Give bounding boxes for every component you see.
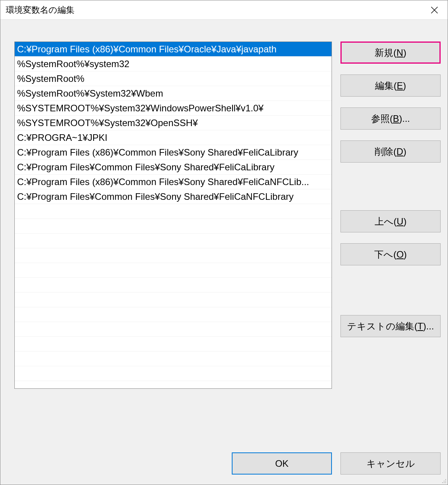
svg-point-7 [445,482,446,483]
list-item-empty[interactable] [15,307,332,322]
list-item-empty[interactable] [15,322,332,337]
close-icon [430,6,439,14]
list-item[interactable]: C:¥Program Files¥Common Files¥Sony Share… [15,160,332,175]
list-item[interactable]: %SYSTEMROOT%¥System32¥WindowsPowerShell¥… [15,101,332,116]
browse-button[interactable]: 参照(B)... [340,107,441,130]
list-item[interactable]: C:¥Program Files (x86)¥Common Files¥Orac… [15,42,332,57]
move-down-button[interactable]: 下へ(O) [340,243,441,265]
list-item[interactable]: C:¥PROGRA~1¥JPKI [15,130,332,145]
delete-button[interactable]: 削除(D) [340,140,441,163]
path-listbox[interactable]: C:¥Program Files (x86)¥Common Files¥Orac… [14,42,332,389]
resize-grip-icon[interactable] [440,477,446,483]
svg-point-2 [445,479,446,480]
list-item[interactable]: C:¥Program Files (x86)¥Common Files¥Sony… [15,175,332,189]
list-item-empty[interactable] [15,293,332,307]
ok-button[interactable]: OK [232,452,332,475]
environment-variable-edit-dialog: 環境変数名の編集 C:¥Program Files (x86)¥Common F… [0,0,448,485]
list-item[interactable]: %SystemRoot%¥System32¥Wbem [15,86,332,101]
dialog-content: C:¥Program Files (x86)¥Common Files¥Orac… [0,20,448,449]
side-button-panel: 新規(N) 編集(E) 参照(B)... 削除(D) 上へ(U) 下へ(O) テ… [340,42,441,445]
list-item-empty[interactable] [15,234,332,248]
list-item[interactable]: C:¥Program Files (x86)¥Common Files¥Sony… [15,145,332,160]
move-up-button[interactable]: 上へ(U) [340,210,441,232]
list-item-empty[interactable] [15,352,332,366]
edit-button[interactable]: 編集(E) [340,74,441,97]
list-item-empty[interactable] [15,366,332,381]
svg-point-5 [442,482,443,483]
svg-point-4 [445,481,446,482]
list-item[interactable]: C:¥Program Files¥Common Files¥Sony Share… [15,189,332,204]
list-item-empty[interactable] [15,278,332,293]
titlebar: 環境変数名の編集 [0,0,448,20]
dialog-title: 環境変数名の編集 [6,4,423,16]
new-button[interactable]: 新規(N) [340,42,441,64]
cancel-button[interactable]: キャンセル [340,452,441,475]
close-button[interactable] [423,2,446,19]
list-item[interactable]: %SystemRoot% [15,71,332,86]
list-item[interactable]: %SYSTEMROOT%¥System32¥OpenSSH¥ [15,116,332,130]
list-item-empty[interactable] [15,248,332,263]
list-item-empty[interactable] [15,337,332,352]
svg-point-6 [444,482,445,483]
list-item-empty[interactable] [15,263,332,278]
edit-text-button[interactable]: テキストの編集(T)... [340,315,441,337]
list-item[interactable]: %SystemRoot%¥system32 [15,57,332,71]
svg-point-3 [444,481,445,482]
list-item-empty[interactable] [15,204,332,219]
list-item-empty[interactable] [15,219,332,234]
dialog-footer: OK キャンセル [0,449,448,485]
